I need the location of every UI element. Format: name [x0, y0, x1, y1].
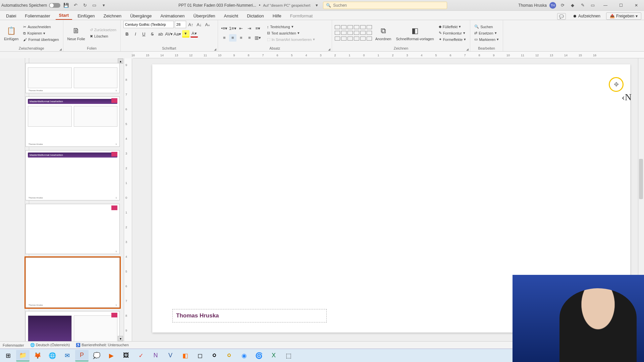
- font-name-input[interactable]: [123, 21, 174, 28]
- record-button[interactable]: ⏺ Aufzeichnen: [569, 12, 604, 20]
- format-painter-button[interactable]: 🖌 Format übertragen: [22, 37, 60, 42]
- sync-icon[interactable]: ⟳: [559, 2, 566, 9]
- align-right-icon[interactable]: ≡: [237, 34, 245, 42]
- thumbnail-item[interactable]: Mastertitelformat bearbeiten Thomas Hrus…: [25, 97, 120, 147]
- strike-icon[interactable]: S̶: [149, 30, 156, 38]
- shadow-icon[interactable]: ab: [157, 30, 164, 38]
- user-avatar[interactable]: TH: [549, 2, 556, 9]
- tab-start[interactable]: Start: [56, 11, 72, 20]
- increase-indent-icon[interactable]: ⇥: [246, 25, 253, 32]
- align-text-button[interactable]: ⊟ Text ausrichten ▾: [266, 31, 316, 36]
- paragraph-launcher-icon[interactable]: ◢: [328, 48, 330, 51]
- clipboard-launcher-icon[interactable]: ◢: [59, 48, 62, 51]
- cut-button[interactable]: ✂ Ausschneiden: [22, 24, 60, 29]
- highlight-icon[interactable]: ▾: [182, 30, 190, 38]
- status-language[interactable]: 🌐 Deutsch (Österreich): [30, 343, 70, 347]
- tab-zeichnen[interactable]: Zeichnen: [100, 12, 124, 20]
- thumbnail-item-selected[interactable]: Thomas Hruska1: [25, 257, 120, 308]
- bullets-icon[interactable]: •≡▾: [221, 25, 228, 32]
- edge-icon[interactable]: 🌀: [252, 350, 266, 361]
- comments-mode-button[interactable]: 💬: [557, 13, 566, 20]
- save-status-chevron-icon[interactable]: ▾: [313, 2, 320, 9]
- thumbnail-item[interactable]: Mastertitelformat bearbeiten Thomas Hrus…: [25, 150, 120, 200]
- tab-dictation[interactable]: Dictation: [244, 12, 267, 20]
- app2-icon[interactable]: ◧: [178, 350, 192, 361]
- select-button[interactable]: ▭ Markieren ▾: [473, 37, 500, 42]
- image-viewer-icon[interactable]: 🖼: [119, 350, 133, 361]
- paste-button[interactable]: 📋Einfügen: [3, 25, 20, 42]
- outlook-icon[interactable]: ✉: [60, 350, 74, 361]
- align-center-icon[interactable]: ≡: [229, 34, 236, 42]
- shape-fill-button[interactable]: ◆ Fülleffekt ▾: [437, 24, 468, 29]
- quick-styles-button[interactable]: ◧Schnellformat-vorlagen: [395, 25, 435, 42]
- author-textbox[interactable]: Thomas Hruska: [172, 309, 327, 322]
- delete-button[interactable]: ✖ Löschen: [89, 34, 118, 39]
- save-icon[interactable]: 💾: [62, 2, 70, 9]
- line-spacing-icon[interactable]: ≡▾: [254, 25, 262, 32]
- firefox-icon[interactable]: 🦊: [31, 350, 44, 361]
- underline-icon[interactable]: U: [140, 30, 148, 38]
- thumbnail-item[interactable]: Thomas Hruska1: [25, 63, 120, 93]
- thumbnail-item[interactable]: [25, 311, 120, 341]
- tab-hilfe[interactable]: Hilfe: [269, 12, 285, 20]
- font-color-icon[interactable]: A▾: [191, 30, 198, 38]
- minimize-button[interactable]: —: [599, 1, 612, 9]
- shapes-gallery[interactable]: [335, 25, 372, 41]
- status-accessibility[interactable]: ♿ Barrierefreiheit: Untersuchen: [76, 343, 129, 347]
- zoom-icon[interactable]: ◉: [237, 350, 251, 361]
- shrink-font-icon[interactable]: A↓: [196, 21, 203, 28]
- search-box[interactable]: 🔍: [323, 2, 447, 9]
- tab-uebergaenge[interactable]: Übergänge: [127, 12, 155, 20]
- text-direction-button[interactable]: ↕ Textrichtung ▾: [266, 24, 316, 29]
- tab-ueberpruefen[interactable]: Überprüfen: [190, 12, 219, 20]
- status-view[interactable]: Folienmaster: [3, 343, 24, 347]
- pen-icon[interactable]: ✎: [579, 2, 586, 9]
- scroll-thumb[interactable]: [639, 159, 643, 199]
- thumbnail-panel[interactable]: ▴ Thomas Hruska1 Mastertitelformat bearb…: [0, 58, 124, 341]
- font-launcher-icon[interactable]: ◢: [214, 48, 216, 51]
- justify-icon[interactable]: ≡: [246, 34, 253, 42]
- columns-icon[interactable]: ▥▾: [254, 34, 262, 42]
- italic-icon[interactable]: I: [132, 30, 139, 38]
- arrange-button[interactable]: ⧉Anordnen: [374, 25, 393, 42]
- tab-formformat[interactable]: Formformat: [287, 12, 316, 20]
- powerpoint-icon[interactable]: P: [75, 350, 89, 361]
- tab-folienmaster[interactable]: Folienmaster: [21, 12, 53, 20]
- undo-icon[interactable]: ↶: [72, 2, 79, 9]
- tab-animationen[interactable]: Animationen: [157, 12, 188, 20]
- toggle-off-icon[interactable]: [49, 3, 60, 8]
- clear-format-icon[interactable]: Aₓ: [204, 21, 211, 28]
- diamond-icon[interactable]: ◆: [569, 2, 576, 9]
- todoist-icon[interactable]: ✓: [134, 350, 148, 361]
- copy-button[interactable]: ⧉ Kopieren ▾: [22, 31, 60, 36]
- from-beginning-icon[interactable]: ▭: [91, 2, 98, 9]
- chrome-icon[interactable]: 🌐: [46, 350, 59, 361]
- obs-icon[interactable]: ⭘: [208, 350, 221, 361]
- autosave-toggle[interactable]: Automatisches Speichern: [1, 3, 60, 8]
- vlc-icon[interactable]: ▶: [105, 350, 118, 361]
- explorer-icon[interactable]: 📁: [16, 350, 30, 361]
- tab-ansicht[interactable]: Ansicht: [221, 12, 242, 20]
- app3-icon[interactable]: ◻: [193, 350, 207, 361]
- shape-outline-button[interactable]: ✎ Formkontur ▾: [437, 31, 468, 36]
- redo-icon[interactable]: ↻: [81, 2, 89, 9]
- visio-icon[interactable]: V: [164, 350, 177, 361]
- app5-icon[interactable]: ⬚: [282, 350, 295, 361]
- qat-more-icon[interactable]: ▾: [100, 2, 107, 9]
- align-left-icon[interactable]: ≡: [221, 34, 228, 42]
- decrease-indent-icon[interactable]: ⇤: [237, 25, 245, 32]
- maximize-button[interactable]: ☐: [614, 1, 627, 9]
- bold-icon[interactable]: B: [123, 30, 131, 38]
- excel-icon[interactable]: X: [267, 350, 280, 361]
- drawing-launcher-icon[interactable]: ◢: [466, 48, 469, 51]
- font-size-input[interactable]: [175, 21, 186, 28]
- app-icon[interactable]: 💭: [90, 350, 103, 361]
- thumbs-scroll-down-icon[interactable]: ▾: [118, 336, 123, 341]
- tab-einfuegen[interactable]: Einfügen: [74, 12, 98, 20]
- close-button[interactable]: ✕: [630, 1, 643, 9]
- spacing-icon[interactable]: AV▾: [165, 30, 173, 38]
- app4-icon[interactable]: ⭘: [223, 350, 236, 361]
- case-icon[interactable]: Aa▾: [174, 30, 181, 38]
- shape-effects-button[interactable]: ✦ Formeffekte ▾: [437, 37, 468, 42]
- tab-datei[interactable]: Datei: [3, 12, 19, 20]
